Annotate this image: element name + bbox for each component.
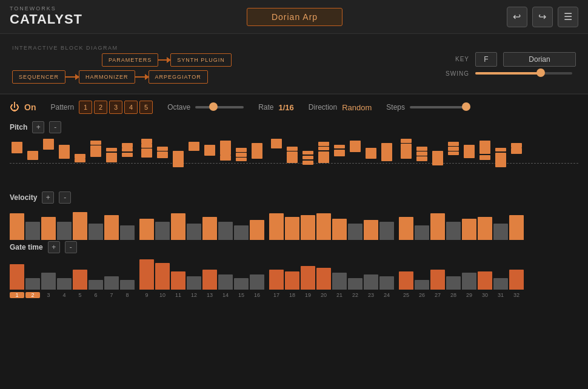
- pattern-btn-2[interactable]: 2: [94, 101, 107, 114]
- velocity-bar-31[interactable]: [493, 224, 508, 240]
- pitch-bar-25[interactable]: [399, 136, 413, 190]
- velocity-bar-1[interactable]: [10, 213, 24, 240]
- gate-bar-19[interactable]: [301, 266, 315, 290]
- pitch-bar-27[interactable]: [430, 136, 445, 190]
- pitch-bar-9[interactable]: [139, 136, 154, 190]
- pitch-bar-20[interactable]: [316, 136, 331, 190]
- gate-bar-10[interactable]: [155, 263, 170, 290]
- pitch-bar-15[interactable]: [234, 136, 249, 190]
- undo-button[interactable]: ↩: [507, 7, 527, 27]
- gate-bar-22[interactable]: [348, 278, 362, 290]
- gate-bar-26[interactable]: [415, 280, 429, 290]
- pitch-bar-11[interactable]: [171, 136, 185, 190]
- velocity-bar-26[interactable]: [415, 225, 429, 240]
- pitch-bar-3[interactable]: [41, 136, 56, 190]
- pitch-bar-5[interactable]: [73, 136, 87, 190]
- pitch-bar-6[interactable]: [89, 136, 103, 190]
- gate-bar-24[interactable]: [379, 276, 394, 290]
- velocity-bar-18[interactable]: [285, 217, 299, 240]
- pitch-bar-23[interactable]: [364, 136, 378, 190]
- sequencer-node[interactable]: SEQUENCER: [12, 70, 65, 84]
- pitch-bar-1[interactable]: [10, 136, 24, 190]
- menu-button[interactable]: ☰: [558, 7, 578, 27]
- pattern-btn-3[interactable]: 3: [109, 101, 122, 114]
- gate-bar-5[interactable]: [73, 270, 87, 290]
- gate-bar-4[interactable]: [57, 278, 72, 290]
- velocity-add-btn[interactable]: +: [42, 191, 54, 204]
- gate-bar-31[interactable]: [493, 278, 508, 290]
- velocity-bar-30[interactable]: [478, 217, 492, 240]
- steps-slider[interactable]: [410, 106, 470, 108]
- pitch-bar-7[interactable]: [104, 136, 119, 190]
- gate-bar-3[interactable]: [41, 273, 56, 290]
- gate-bar-21[interactable]: [332, 273, 347, 290]
- velocity-bar-32[interactable]: [509, 215, 524, 240]
- pitch-bar-26[interactable]: [415, 136, 429, 190]
- gate-bar-2[interactable]: [25, 278, 40, 290]
- gate-bar-32[interactable]: [509, 270, 524, 290]
- pitch-bar-28[interactable]: [446, 136, 461, 190]
- gate-bar-15[interactable]: [234, 278, 249, 290]
- pitch-bar-31[interactable]: [493, 136, 508, 190]
- synth-plugin-node[interactable]: SYNTH PLUGIN: [170, 53, 232, 67]
- velocity-bar-5[interactable]: [73, 212, 87, 240]
- velocity-bar-12[interactable]: [187, 224, 201, 240]
- gate-bar-23[interactable]: [364, 274, 378, 290]
- velocity-bar-21[interactable]: [332, 219, 347, 240]
- pitch-bar-18[interactable]: [285, 136, 299, 190]
- velocity-bar-14[interactable]: [218, 222, 233, 240]
- pitch-bar-10[interactable]: [155, 136, 170, 190]
- pitch-bar-16[interactable]: [250, 136, 264, 190]
- pitch-bar-22[interactable]: [348, 136, 362, 190]
- velocity-bar-10[interactable]: [155, 222, 170, 240]
- arpeggiator-node[interactable]: ARPEGGIATOR: [149, 70, 208, 84]
- gate-bar-13[interactable]: [202, 270, 217, 290]
- pitch-add-btn[interactable]: +: [32, 121, 44, 133]
- velocity-bar-2[interactable]: [25, 222, 40, 240]
- velocity-bar-28[interactable]: [446, 222, 461, 240]
- pattern-btn-5[interactable]: 5: [139, 101, 153, 114]
- pattern-btn-4[interactable]: 4: [124, 101, 138, 114]
- pitch-bar-32[interactable]: [509, 136, 524, 190]
- parameters-node[interactable]: PARAMETERS: [102, 53, 158, 67]
- gate-remove-btn[interactable]: -: [65, 241, 77, 253]
- pitch-bar-13[interactable]: [202, 136, 217, 190]
- pitch-bar-24[interactable]: [379, 136, 394, 190]
- pitch-bar-14[interactable]: [218, 136, 233, 190]
- velocity-bar-4[interactable]: [57, 222, 72, 240]
- velocity-bar-29[interactable]: [462, 219, 476, 240]
- velocity-remove-btn[interactable]: -: [59, 191, 71, 204]
- gate-bar-29[interactable]: [462, 273, 476, 290]
- velocity-bar-24[interactable]: [379, 222, 394, 240]
- harmonizer-node[interactable]: HARMONIZER: [79, 70, 135, 84]
- velocity-bar-20[interactable]: [316, 213, 331, 240]
- velocity-bar-15[interactable]: [234, 225, 249, 240]
- velocity-bar-7[interactable]: [104, 215, 119, 240]
- velocity-bar-19[interactable]: [301, 215, 315, 240]
- velocity-bar-9[interactable]: [139, 219, 154, 240]
- pitch-bar-30[interactable]: [478, 136, 492, 190]
- gate-bar-30[interactable]: [478, 271, 492, 290]
- gate-bar-1[interactable]: [10, 264, 24, 290]
- velocity-bar-8[interactable]: [120, 225, 135, 240]
- velocity-bar-11[interactable]: [171, 213, 185, 240]
- velocity-bar-6[interactable]: [89, 224, 103, 240]
- gate-bar-17[interactable]: [269, 270, 284, 290]
- gate-bar-25[interactable]: [399, 271, 413, 290]
- velocity-bar-16[interactable]: [250, 220, 264, 240]
- pitch-bar-12[interactable]: [187, 136, 201, 190]
- pitch-bar-19[interactable]: [301, 136, 315, 190]
- pitch-remove-btn[interactable]: -: [49, 121, 61, 133]
- velocity-bar-27[interactable]: [430, 213, 445, 240]
- velocity-bar-13[interactable]: [202, 217, 217, 240]
- pitch-bar-8[interactable]: [120, 136, 135, 190]
- key-value[interactable]: F: [475, 52, 497, 67]
- gate-bar-16[interactable]: [250, 274, 264, 290]
- velocity-bar-23[interactable]: [364, 220, 378, 240]
- gate-bar-28[interactable]: [446, 276, 461, 290]
- gate-bar-20[interactable]: [316, 268, 331, 290]
- pitch-bar-2[interactable]: [25, 136, 40, 190]
- preset-name-display[interactable]: Dorian Arp: [247, 8, 342, 26]
- swing-slider[interactable]: [475, 72, 572, 75]
- velocity-bar-3[interactable]: [41, 217, 56, 240]
